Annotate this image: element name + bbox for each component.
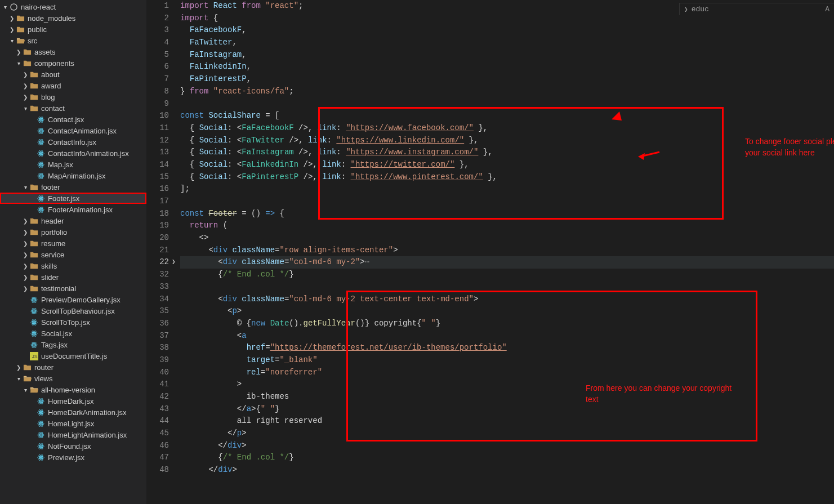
tree-item-homedark-jsx[interactable]: HomeDark.jsx xyxy=(0,395,146,407)
tree-item-label: components xyxy=(34,59,74,68)
tree-item-all-home-version[interactable]: ▾all-home-version xyxy=(0,384,146,395)
tree-item-contact-jsx[interactable]: Contact.jsx xyxy=(0,114,146,125)
folder-icon xyxy=(29,261,38,270)
tree-item-blog[interactable]: ❯blog xyxy=(0,91,146,102)
tree-item-nairo-react[interactable]: ▾nairo-react xyxy=(0,1,146,12)
line-number-gutter[interactable]: 1234567891011121314151617181920212232333… xyxy=(146,0,180,504)
chevron-down-icon[interactable]: ▾ xyxy=(2,4,8,10)
chevron-right-icon[interactable]: ❯ xyxy=(23,83,28,89)
chevron-down-icon[interactable]: ▾ xyxy=(23,387,28,393)
tree-item-header[interactable]: ❯header xyxy=(0,215,146,226)
tree-item-mapanimation-jsx[interactable]: MapAnimation.jsx xyxy=(0,170,146,181)
tree-item-label: HomeLightAnimation.jsx xyxy=(48,431,127,439)
tree-item-components[interactable]: ▾components xyxy=(0,57,146,69)
tree-item-testimonial[interactable]: ❯testimonial xyxy=(0,283,146,294)
tree-item-scrolltopbehaviour-jsx[interactable]: ScrollTopBehaviour.jsx xyxy=(0,305,146,316)
react-icon xyxy=(36,441,45,451)
tree-item-label: ContactAnimation.jsx xyxy=(48,127,117,135)
chevron-right-icon[interactable]: ❯ xyxy=(23,274,28,280)
chevron-right-icon[interactable]: ❯ xyxy=(16,364,21,371)
react-icon xyxy=(36,419,45,428)
tree-item-assets[interactable]: ❯assets xyxy=(0,46,146,57)
tree-item-label: skills xyxy=(41,262,57,270)
tree-item-slider[interactable]: ❯slider xyxy=(0,271,146,283)
tree-item-usedocumenttitle-js[interactable]: JSuseDocumentTitle.js xyxy=(0,350,146,362)
folder-icon xyxy=(29,81,38,90)
folder-icon xyxy=(16,14,25,23)
code-lines[interactable]: import React from "react"; import { FaFa… xyxy=(180,0,834,504)
chevron-down-icon[interactable]: ▾ xyxy=(16,60,21,66)
tree-item-resume[interactable]: ❯resume xyxy=(0,238,146,249)
folder-open-icon xyxy=(29,385,38,394)
tree-item-src[interactable]: ▾src xyxy=(0,35,146,46)
chevron-right-icon[interactable]: ❯ xyxy=(16,49,21,55)
svg-text:JS: JS xyxy=(32,354,37,359)
chevron-right-icon[interactable]: ❯ xyxy=(23,218,28,224)
folder-icon xyxy=(29,273,38,282)
tree-item-public[interactable]: ❯public xyxy=(0,24,146,35)
tree-item-views[interactable]: ▾views xyxy=(0,373,146,384)
tree-item-preview-jsx[interactable]: Preview.jsx xyxy=(0,452,146,463)
react-icon xyxy=(36,160,45,169)
file-tree[interactable]: ▾nairo-react❯node_modules❯public▾src❯ass… xyxy=(0,1,146,463)
svg-point-49 xyxy=(33,344,35,346)
tree-item-social-jsx[interactable]: Social.jsx xyxy=(0,328,146,339)
tree-item-label: slider xyxy=(41,273,59,282)
tree-item-homelightanimation-jsx[interactable]: HomeLightAnimation.jsx xyxy=(0,429,146,440)
tree-item-scrolltotop-jsx[interactable]: ScrollToTop.jsx xyxy=(0,316,146,328)
folder-open-icon xyxy=(16,36,25,45)
tree-item-contact[interactable]: ▾contact xyxy=(0,102,146,114)
tree-item-previewdemogallery-jsx[interactable]: PreviewDemoGallery.jsx xyxy=(0,294,146,305)
chevron-down-icon[interactable]: ▾ xyxy=(23,184,28,190)
tree-item-footer[interactable]: ▾footer xyxy=(0,181,146,193)
tree-item-award[interactable]: ❯award xyxy=(0,80,146,91)
tree-item-footer-jsx[interactable]: Footer.jsx xyxy=(0,193,146,204)
svg-point-21 xyxy=(40,175,42,177)
tree-item-router[interactable]: ❯router xyxy=(0,362,146,373)
tree-item-label: about xyxy=(41,70,60,79)
tree-item-skills[interactable]: ❯skills xyxy=(0,260,146,271)
chevron-right-icon[interactable]: ❯ xyxy=(23,94,28,100)
tree-item-map-jsx[interactable]: Map.jsx xyxy=(0,159,146,170)
chevron-right-icon[interactable]: ❯ xyxy=(9,15,15,21)
chevron-down-icon[interactable]: ▾ xyxy=(23,105,28,111)
tree-item-node_modules[interactable]: ❯node_modules xyxy=(0,12,146,24)
tree-item-portfolio[interactable]: ❯portfolio xyxy=(0,226,146,238)
chevron-down-icon[interactable]: ▾ xyxy=(9,38,15,44)
tree-item-service[interactable]: ❯service xyxy=(0,249,146,260)
tree-item-label: useDocumentTitle.js xyxy=(41,352,107,360)
svg-point-37 xyxy=(33,310,35,312)
tree-item-label: portfolio xyxy=(41,228,67,237)
code-editor[interactable]: ❯ educ A 1234567891011121314151617181920… xyxy=(146,0,834,504)
arrow-icon xyxy=(638,150,661,160)
tree-item-contactinfo-jsx[interactable]: ContactInfo.jsx xyxy=(0,136,146,148)
tree-item-notfound-jsx[interactable]: NotFound.jsx xyxy=(0,440,146,452)
tree-item-contactinfoanimation-jsx[interactable]: ContactInfoAnimation.jsx xyxy=(0,148,146,159)
tree-item-homelight-jsx[interactable]: HomeLight.jsx xyxy=(0,418,146,429)
tree-item-footeranimation-jsx[interactable]: FooterAnimation.jsx xyxy=(0,204,146,215)
chevron-down-icon[interactable]: ▾ xyxy=(16,376,21,382)
folder-icon xyxy=(23,47,32,56)
chevron-right-icon[interactable]: ❯ xyxy=(9,26,15,33)
tree-item-contactanimation-jsx[interactable]: ContactAnimation.jsx xyxy=(0,125,146,136)
chevron-right-icon[interactable]: ❯ xyxy=(23,240,28,247)
folder-icon xyxy=(29,104,38,113)
chevron-right-icon[interactable]: ❯ xyxy=(23,72,28,78)
chevron-right-icon[interactable]: ❯ xyxy=(23,229,28,235)
chevron-right-icon[interactable]: ❯ xyxy=(23,263,28,269)
annotation-text-copyright: From here you can change your copyright … xyxy=(586,383,732,405)
chevron-right-icon[interactable]: ❯ xyxy=(23,286,28,292)
tree-item-label: Contact.jsx xyxy=(48,115,84,124)
react-icon xyxy=(36,137,45,146)
svg-point-17 xyxy=(40,164,42,166)
arrow-icon xyxy=(612,111,623,122)
tree-item-label: contact xyxy=(41,104,65,113)
tree-item-label: node_modules xyxy=(28,14,75,23)
tree-item-homedarkanimation-jsx[interactable]: HomeDarkAnimation.jsx xyxy=(0,407,146,418)
tree-item-tags-jsx[interactable]: Tags.jsx xyxy=(0,339,146,350)
tree-item-label: src xyxy=(28,37,37,45)
tree-item-about[interactable]: ❯about xyxy=(0,69,146,80)
file-explorer-sidebar[interactable]: ▾nairo-react❯node_modules❯public▾src❯ass… xyxy=(0,0,146,504)
chevron-right-icon[interactable]: ❯ xyxy=(23,252,28,258)
svg-point-71 xyxy=(40,445,42,447)
